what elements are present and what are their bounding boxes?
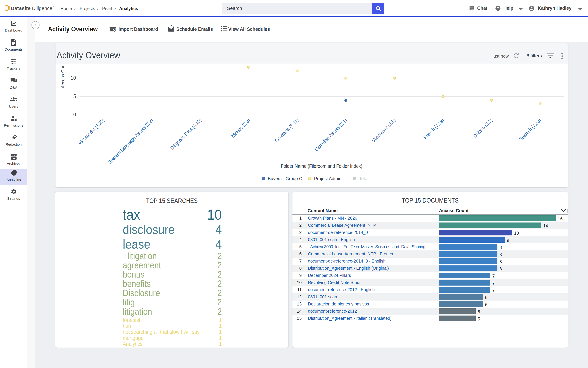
svg-text:?: ?	[497, 7, 499, 10]
